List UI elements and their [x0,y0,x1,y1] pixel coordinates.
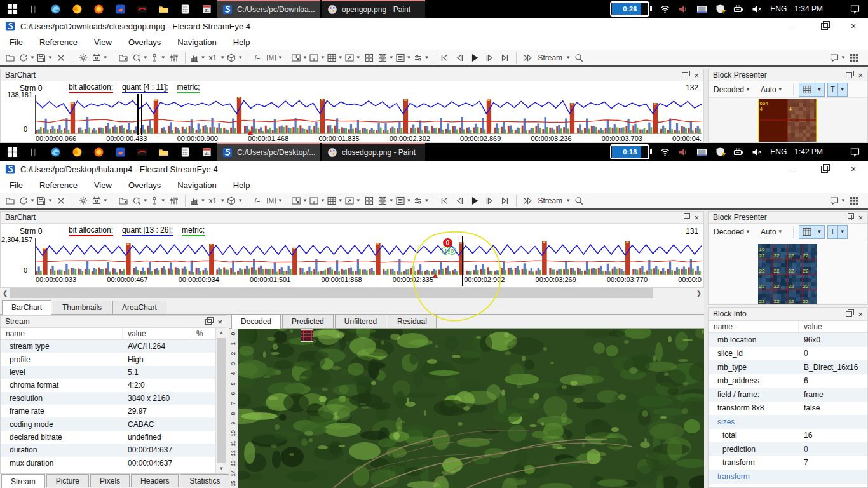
mute-icon[interactable] [752,4,763,15]
grid-big-icon[interactable] [847,50,861,65]
blocks-icon[interactable] [362,50,376,65]
table-row[interactable]: transform [709,470,867,484]
selected-macroblock[interactable] [301,329,313,342]
table-row[interactable]: frame rate29.97 [1,405,215,417]
grid-big-icon[interactable] [847,193,861,208]
restore-button[interactable] [810,18,839,34]
comments-icon[interactable]: ▼ [829,193,846,208]
pin-icon[interactable]: ▼ [149,193,166,208]
media-app-icon[interactable] [109,143,131,161]
language-indicator[interactable]: ENG [770,4,787,13]
legend-metric-[interactable]: metric; [182,226,205,236]
analyzer-icon[interactable]: ▼ [92,193,108,208]
text-toggle-button[interactable]: T▼ [827,225,848,239]
cube-icon[interactable]: ▼ [226,193,243,208]
function-icon[interactable]: f= [251,50,265,65]
filters-icon[interactable] [167,193,181,208]
firefox-dev-icon[interactable] [88,143,109,161]
column-header-value[interactable]: value [123,328,191,339]
table-row[interactable]: level5.1 [1,366,215,379]
start-icon[interactable] [1,143,23,161]
tab-picture[interactable]: Picture [46,474,89,487]
power-icon[interactable] [733,147,744,158]
text-toggle-button[interactable]: T▼ [827,83,848,97]
vol-red-icon[interactable] [678,147,689,158]
power-icon[interactable] [733,4,744,15]
menu-reference[interactable]: Reference [31,34,86,50]
settings-gear-icon[interactable] [76,50,90,65]
menu-file[interactable]: File [1,34,31,50]
calendar-icon[interactable]: 31 [196,0,217,18]
table-row[interactable]: coding modeCABAC [1,417,215,430]
taskbar-button-streameye[interactable]: C:/Users/pc/Desktop/... [217,143,320,161]
menu-navigation[interactable]: Navigation [169,34,224,50]
play-icon[interactable] [468,50,482,65]
taskbar-button-streameye[interactable]: C:/Users/pc/Downloa... [217,0,320,18]
list-view-icon[interactable]: ▼ [395,50,412,65]
column-header-name[interactable]: name [1,328,123,339]
tab-stream[interactable]: Stream [1,474,45,488]
float-panel-icon[interactable] [846,72,852,78]
grid-toggle-button[interactable]: ▼ [799,83,825,97]
edge-icon[interactable] [44,0,66,18]
close-button[interactable]: × [839,18,868,34]
firefox-dev-icon[interactable] [88,0,109,18]
blocks-alt-icon[interactable]: ▼ [377,50,394,65]
chart-hscrollbar[interactable]: ❮ ❯ [0,288,704,298]
settings-gear-icon[interactable] [76,193,90,208]
media-app-2-icon[interactable] [131,0,153,18]
tab-predicted[interactable]: Predicted [282,315,334,328]
reload-add-icon[interactable]: ▼ [132,50,148,65]
tab-areachart[interactable]: AreaChart [112,301,166,314]
tab-unfiltered[interactable]: Unfiltered [335,315,386,328]
table-row[interactable]: mux duration00:00:04:637 [1,457,215,470]
add-file-icon[interactable] [116,50,130,65]
close-panel-icon[interactable]: × [858,71,863,79]
language-indicator[interactable]: ENG [770,147,787,156]
taskview-icon[interactable] [23,143,44,161]
menu-navigation[interactable]: Navigation [169,177,224,193]
menu-overlays[interactable]: Overlays [120,177,169,193]
shield-icon[interactable] [715,4,726,15]
mode-dropdown[interactable]: Decoded▼ [714,227,750,236]
decoded-video-frame[interactable] [238,329,704,488]
nav-ff-icon[interactable] [520,193,534,208]
clock[interactable]: 1:42 PM [794,147,823,156]
reload-add-icon[interactable]: ▼ [132,193,148,208]
tab-decoded[interactable]: Decoded [231,314,281,329]
mode-dropdown[interactable]: Decoded▼ [714,85,750,94]
media-app-icon[interactable] [109,0,131,18]
grid-icon[interactable]: ▼ [327,193,343,208]
stream-table-scrollbar[interactable]: ▲ ▼ [215,328,227,473]
close-x-icon[interactable] [54,193,68,208]
wifi-icon[interactable] [660,147,670,158]
function-icon[interactable]: f= [251,193,265,208]
nav-first-icon[interactable] [437,193,451,208]
start-icon[interactable] [1,0,23,18]
firefox-icon[interactable] [66,143,88,161]
file-explorer-icon[interactable] [153,143,174,161]
expand-icon[interactable]: ▼ [344,193,361,208]
table-row[interactable]: declared bitrateundefined [1,431,215,444]
metric-m-icon[interactable]: M▼ [266,193,283,208]
toolbar-label-x1[interactable]: x1▼ [207,193,226,208]
column-header-name[interactable]: name [709,321,799,332]
column-header-percent[interactable]: % [191,328,215,339]
close-button[interactable]: × [839,161,868,177]
calculator-icon[interactable] [174,0,196,18]
table-row[interactable]: duration00:00:04:637 [1,444,215,456]
scroll-up-icon[interactable]: ▲ [216,328,227,337]
tab-barchart[interactable]: BarChart [2,300,51,315]
close-panel-icon[interactable]: × [858,310,863,318]
layout-image-icon[interactable]: ▼ [291,193,308,208]
vol-red-icon[interactable] [678,4,689,15]
float-panel-icon[interactable] [846,311,852,317]
frame-cursor[interactable] [137,94,139,135]
calculator-icon[interactable] [174,143,196,161]
play-icon[interactable] [468,193,482,208]
minimize-button[interactable]: – [780,18,810,34]
taskbar-button-paint[interactable]: opengop.png - Paint [322,0,425,18]
close-panel-icon[interactable]: × [694,71,699,79]
float-panel-icon[interactable] [846,215,852,220]
close-x-icon[interactable] [54,50,68,65]
